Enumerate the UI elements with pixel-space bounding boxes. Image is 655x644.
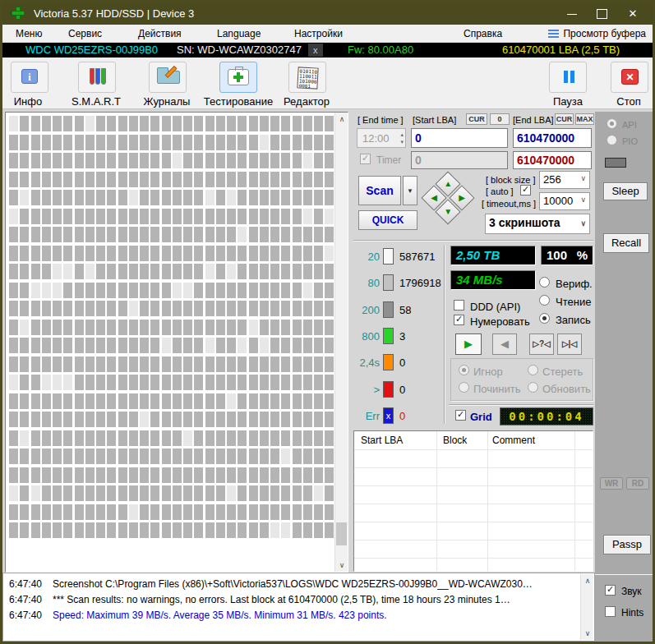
timeout-select[interactable]: 10000∨	[539, 192, 590, 210]
read-radio[interactable]	[539, 295, 550, 306]
scan-dropdown-button[interactable]: ▼	[403, 176, 417, 205]
scroll-down-icon[interactable]: ∨	[335, 559, 348, 572]
editor-button[interactable]: 010110 110011 101000 0001	[288, 62, 326, 93]
map-block	[173, 209, 182, 224]
map-block	[281, 504, 290, 520]
menu-item-menu[interactable]: Меню	[16, 28, 42, 39]
map-block	[227, 430, 236, 446]
spin-up-icon[interactable]: ▴	[400, 131, 404, 138]
map-block	[270, 264, 279, 279]
map-block	[162, 375, 171, 390]
verify-radio[interactable]	[539, 277, 550, 288]
log-panel[interactable]: 6:47:40 Screenshot C:\Program Files (x86…	[2, 573, 595, 642]
menu-item-settings[interactable]: Настройки	[294, 28, 343, 39]
map-block	[107, 375, 116, 390]
map-scrollbar[interactable]: ∧ ∨	[334, 113, 348, 572]
ddd-api-checkbox[interactable]	[454, 300, 464, 310]
device-tab-close[interactable]: x	[308, 43, 323, 58]
end-lba-cur-button[interactable]: CUR	[555, 113, 574, 125]
auto-checkbox[interactable]	[520, 185, 531, 196]
logs-button[interactable]	[149, 62, 187, 93]
pause-button[interactable]	[549, 62, 587, 93]
map-block	[31, 375, 40, 390]
spin-down-icon[interactable]: ▾	[400, 139, 404, 145]
hints-checkbox[interactable]	[605, 606, 616, 617]
sleep-button[interactable]: Sleep	[603, 182, 648, 200]
numerate-checkbox[interactable]	[454, 315, 464, 325]
scroll-up-icon[interactable]: ∧	[581, 574, 594, 587]
start-lba-input[interactable]	[411, 128, 508, 148]
map-block	[314, 209, 323, 224]
info-button[interactable]: i	[11, 62, 48, 93]
play-button[interactable]: ▶	[455, 334, 482, 355]
map-block	[53, 153, 62, 168]
defect-table[interactable]: Start LBA Block Comment	[353, 430, 593, 572]
column-header-start-lba[interactable]: Start LBA	[361, 435, 403, 446]
screenshot-mode-select[interactable]: 3 скриншота∨	[485, 214, 590, 234]
seek-question-button[interactable]: ▷?◁	[529, 334, 554, 355]
map-block	[75, 264, 84, 279]
map-block	[20, 116, 29, 131]
start-lba-cur-button[interactable]: CUR	[466, 113, 487, 125]
menu-item-help[interactable]: Справка	[464, 28, 502, 39]
map-block	[53, 227, 62, 242]
legend-block-24s	[383, 354, 394, 370]
map-block	[107, 301, 116, 316]
map-block	[140, 338, 149, 353]
map-block	[118, 264, 127, 279]
testing-button[interactable]	[219, 62, 257, 93]
numerate-label: Нумеровать	[470, 315, 530, 328]
end-lba-input[interactable]	[513, 128, 592, 148]
map-block	[314, 301, 323, 316]
map-block	[53, 393, 62, 409]
scroll-thumb[interactable]	[336, 522, 347, 545]
end-lba-max-button[interactable]: MAX	[575, 113, 594, 125]
map-block	[325, 246, 334, 261]
back-button[interactable]: ◀	[492, 334, 517, 355]
device-model[interactable]: WDC WD25EZRS-00J99B0	[25, 43, 158, 58]
scan-button[interactable]: Scan	[358, 176, 401, 205]
end-time-spinner[interactable]: 12:00 ▴ ▾	[357, 128, 406, 148]
map-block	[183, 375, 192, 390]
map-block	[293, 485, 302, 501]
map-block	[293, 227, 302, 242]
block-size-select[interactable]: 256∨	[539, 171, 590, 189]
passp-button[interactable]: Passp	[603, 535, 651, 554]
close-button[interactable]: ✕	[619, 2, 647, 25]
log-scrollbar[interactable]: ∧ ∨	[580, 574, 593, 640]
scroll-down-icon[interactable]: ∨	[581, 627, 594, 640]
menu-item-language[interactable]: Language	[217, 28, 261, 39]
sound-checkbox[interactable]	[605, 585, 616, 596]
maximize-button[interactable]	[589, 2, 614, 25]
map-block	[194, 467, 203, 483]
quick-button[interactable]: QUICK	[358, 210, 417, 230]
start-lba-zero-button[interactable]: 0	[490, 113, 510, 125]
column-header-block[interactable]: Block	[443, 435, 467, 446]
stop-button[interactable]: ✕	[611, 62, 648, 93]
map-block	[270, 209, 279, 224]
timer-checkbox[interactable]	[360, 154, 371, 164]
column-header-comment[interactable]: Comment	[492, 435, 535, 446]
write-radio[interactable]	[539, 313, 550, 324]
recall-button[interactable]: Recall	[603, 233, 649, 253]
menu-item-service[interactable]: Сервис	[68, 28, 102, 39]
map-block	[162, 430, 171, 446]
map-block	[216, 393, 225, 409]
buffer-view-button[interactable]: Просмотр буфера	[548, 28, 646, 39]
menu-item-actions[interactable]: Действия	[138, 28, 182, 39]
map-block	[107, 467, 116, 483]
map-block	[53, 283, 62, 298]
grid-checkbox[interactable]	[455, 410, 466, 421]
minimize-button[interactable]	[560, 2, 584, 25]
map-block	[42, 153, 51, 168]
map-block	[9, 448, 18, 464]
map-block	[249, 504, 258, 520]
scroll-up-icon[interactable]: ∧	[335, 113, 348, 126]
seek-end-button[interactable]: ▷|◁	[557, 334, 582, 355]
timer-label: Timer	[376, 154, 401, 166]
map-block	[85, 467, 95, 483]
smart-button[interactable]	[78, 62, 116, 93]
map-block	[31, 227, 40, 242]
map-block	[42, 283, 51, 298]
map-block	[281, 135, 290, 150]
